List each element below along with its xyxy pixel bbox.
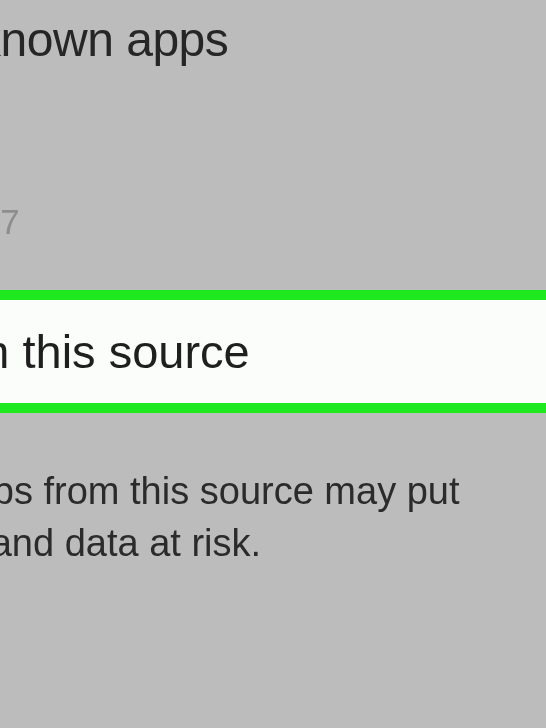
allow-from-source-label: Allow from this source	[0, 324, 506, 379]
warning-text: Installing apps from this source may put…	[0, 465, 526, 570]
page-title: Install unknown apps	[0, 12, 546, 67]
settings-screen: Install unknown apps Chrome 112.0.5615.4…	[0, 0, 546, 728]
app-info: Chrome 112.0.5615.47	[0, 145, 546, 242]
app-name: Chrome	[0, 145, 546, 200]
allow-from-source-row[interactable]: Allow from this source	[0, 290, 546, 413]
app-version: 112.0.5615.47	[0, 202, 546, 242]
